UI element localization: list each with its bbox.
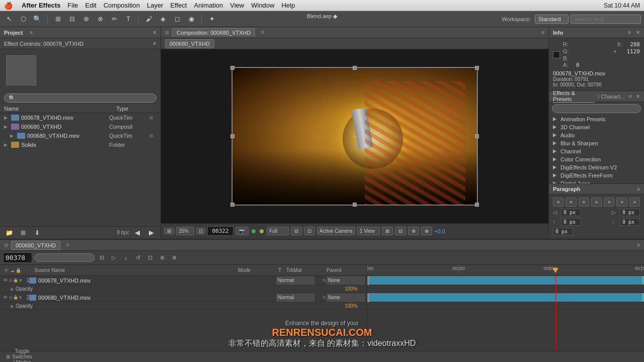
paragraph-tab[interactable]: Paragraph (553, 186, 580, 192)
view-layout-btn[interactable]: ⊞ (382, 227, 393, 235)
track-bar-2[interactable] (367, 293, 644, 302)
list-item[interactable]: ▶ 000678_VTXHD.mov QuickTim ⊞ (0, 113, 160, 122)
zoom-select[interactable]: 25%50%100% (176, 227, 194, 235)
hanging-input[interactable] (553, 228, 573, 235)
track-handle-right-2[interactable] (642, 293, 644, 302)
parent-select-1[interactable]: None (327, 277, 365, 285)
tool-eraser[interactable]: ◻ (171, 13, 183, 25)
tool-select[interactable]: ↖ (3, 13, 15, 25)
tl-btn-safe[interactable]: ⊕ (157, 253, 167, 263)
tool-stamp[interactable]: ◈ (157, 13, 169, 25)
effects-close[interactable]: ✕ (636, 94, 640, 99)
tl-btn-rendque[interactable]: ⊟ (97, 253, 107, 263)
comp-snapshot-btn[interactable]: 📷 (235, 227, 249, 235)
tool-brush[interactable]: 🖌 (143, 13, 155, 25)
project-tab[interactable]: Project (4, 30, 23, 36)
effect-category[interactable]: Animation Presets (549, 115, 644, 123)
handle-tm[interactable] (353, 66, 357, 70)
project-search-input[interactable] (4, 94, 156, 103)
tl-btn-audio[interactable]: ♪ (121, 253, 131, 263)
effect-category[interactable]: 3D Channel (549, 123, 644, 131)
justify-left-btn[interactable]: ≡ (591, 198, 602, 207)
mode-select-2[interactable]: Normal (276, 294, 314, 302)
track-handle-right-1[interactable] (642, 276, 644, 285)
space-after-input[interactable] (620, 218, 640, 226)
effect-category[interactable]: DigiEffects Delirium V2 (549, 163, 644, 171)
align-center-btn[interactable]: ≡ (566, 198, 576, 207)
layer-lock-2[interactable]: 🔒 (13, 295, 18, 300)
grid-btn[interactable]: ⊟ (291, 227, 302, 235)
tool-pen[interactable]: ✏ (108, 13, 120, 25)
layer-eye-1[interactable]: 👁 (2, 277, 9, 284)
view-select[interactable]: 1 View2 Views (357, 227, 380, 235)
timeline-tab-close[interactable]: ✕ (65, 242, 70, 248)
project-options[interactable]: ≡ (30, 30, 33, 35)
view-toggle-btn[interactable]: ⊕ (408, 227, 419, 235)
effects-tab[interactable]: Effects & Presets (553, 90, 595, 103)
tool-roto[interactable]: ◉ (185, 13, 197, 25)
info-tab[interactable]: Info (553, 30, 563, 36)
region-btn[interactable]: ⊡ (304, 227, 315, 235)
list-item[interactable]: ▶ 000680_VTXHD.mov QuickTim ⊞ (0, 131, 160, 140)
effects-search-input[interactable] (552, 104, 641, 113)
apple-menu[interactable]: 🍎 (4, 2, 13, 10)
menu-help[interactable]: Help (281, 2, 295, 9)
tl-btn-video[interactable]: ⊡ (145, 253, 155, 263)
track-bar-1[interactable] (367, 276, 644, 285)
handle-mr[interactable] (475, 134, 479, 138)
timeline-comp-tab[interactable]: 000680_VTXHD (11, 241, 60, 250)
view-3d-btn[interactable]: ⊗ (421, 227, 432, 235)
comp-ctrl-icon[interactable]: ⊞ (164, 228, 174, 234)
tool-puppet[interactable]: ✦ (206, 13, 218, 25)
tl-bottom-icon1[interactable]: ⊞ (3, 352, 13, 362)
effect-controls-close[interactable]: ✕ (152, 41, 156, 46)
info-close[interactable]: ✕ (636, 30, 640, 35)
project-close[interactable]: ✕ (152, 30, 156, 35)
new-comp-btn[interactable]: ⊞ (17, 227, 29, 239)
effect-category[interactable]: Channel (549, 147, 644, 155)
handle-tr[interactable] (475, 66, 479, 70)
effect-category[interactable]: Digital Juice (549, 179, 644, 184)
justify-right-btn[interactable]: ≡ (616, 198, 627, 207)
effect-category[interactable]: DigiEffects FreeForm (549, 171, 644, 179)
indent-right-input[interactable] (620, 209, 640, 216)
menu-view[interactable]: View (230, 2, 244, 9)
menu-composition[interactable]: Composition (104, 2, 140, 9)
indent-left-input[interactable] (561, 209, 581, 216)
menu-window[interactable]: Window (251, 2, 274, 9)
menu-file[interactable]: File (67, 2, 78, 9)
effect-category[interactable]: Blur & Sharpen (549, 139, 644, 147)
list-item[interactable]: ▶ Solids Folder (0, 140, 160, 149)
align-left-btn[interactable]: ≡ (553, 198, 564, 207)
justify-center-btn[interactable]: ≡ (604, 198, 614, 207)
opacity-val-2[interactable]: 100% (345, 303, 365, 309)
layer-lock-1[interactable]: 🔒 (13, 278, 18, 283)
tool-select2[interactable]: ⬡ (17, 13, 29, 25)
handle-bl[interactable] (230, 203, 234, 207)
tl-btn-snap[interactable]: ⊗ (169, 253, 179, 263)
comp-tab-close[interactable]: ✕ (260, 29, 265, 36)
justify-all-btn[interactable]: ≡ (629, 198, 640, 207)
tool-type[interactable]: T (122, 13, 134, 25)
tool-camera1[interactable]: ⊞ (52, 13, 64, 25)
import-btn[interactable]: ⬇ (31, 227, 43, 239)
camera-select[interactable]: Active Camera (317, 227, 355, 235)
tl-btn-loop[interactable]: ↺ (133, 253, 143, 263)
handle-bm[interactable] (353, 203, 357, 207)
workspace-select[interactable]: Standard (535, 15, 569, 24)
menu-animation[interactable]: Animation (194, 2, 223, 9)
next-frame-btn[interactable]: ▶ (145, 227, 157, 239)
menu-effect[interactable]: Effect (170, 2, 187, 9)
mode-select-1[interactable]: Normal (276, 277, 314, 285)
menu-after-effects[interactable]: After Effects (22, 2, 60, 9)
prev-frame-btn[interactable]: ◀ (131, 227, 143, 239)
opacity-val-1[interactable]: 100% (345, 286, 365, 292)
handle-ml[interactable] (230, 134, 234, 138)
paragraph-options[interactable]: ≡ (637, 187, 640, 192)
menu-edit[interactable]: Edit (85, 2, 96, 9)
timeline-options[interactable]: ≡ (637, 242, 640, 248)
layer-solo-2[interactable]: ◎ (9, 295, 13, 300)
timeline-timecode[interactable] (3, 252, 32, 263)
tool-camera4[interactable]: ⊗ (94, 13, 106, 25)
handle-br[interactable] (475, 203, 479, 207)
